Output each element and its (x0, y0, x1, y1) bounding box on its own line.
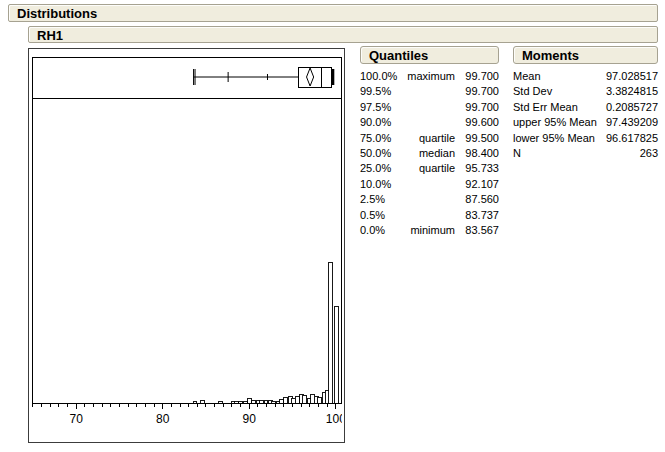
quantile-name: quartile (404, 161, 455, 176)
quantile-pct: 2.5% (360, 192, 404, 207)
moment-value: 96.617825 (606, 131, 658, 146)
quantile-row: 0.0%minimum83.567 (360, 223, 499, 238)
quantile-pct: 25.0% (360, 161, 404, 176)
quantile-row: 0.5%83.737 (360, 208, 499, 223)
quantile-row: 25.0%quartile95.733 (360, 161, 499, 176)
quantile-row: 99.5%99.700 (360, 84, 499, 99)
moments-title: Moments (522, 48, 579, 63)
quantile-value: 99.700 (455, 69, 499, 84)
quantile-value: 99.700 (455, 100, 499, 115)
quantile-name: median (404, 146, 455, 161)
quantile-value: 92.107 (455, 177, 499, 192)
svg-text:90: 90 (243, 412, 257, 426)
quantile-pct: 100.0% (360, 69, 404, 84)
quantile-value: 83.567 (455, 223, 499, 238)
quantile-value: 99.700 (455, 84, 499, 99)
moment-value: 3.3824815 (606, 84, 658, 99)
moment-value: 263 (640, 146, 658, 161)
moment-row: upper 95% Mean97.439209 (513, 115, 658, 130)
quantile-name (404, 192, 455, 207)
moment-name: Mean (513, 69, 606, 84)
quantile-name: maximum (404, 69, 455, 84)
histogram-boxplot-canvas[interactable]: 708090100 (29, 49, 342, 440)
quantile-row: 100.0%maximum99.700 (360, 69, 499, 84)
svg-text:70: 70 (69, 412, 83, 426)
quantile-pct: 90.0% (360, 115, 404, 130)
quantile-pct: 0.0% (360, 223, 404, 238)
moment-name: lower 95% Mean (513, 131, 606, 146)
quantile-name (404, 177, 455, 192)
moment-row: Std Dev3.3824815 (513, 84, 658, 99)
quantile-value: 83.737 (455, 208, 499, 223)
quantile-pct: 10.0% (360, 177, 404, 192)
quantiles-table: 100.0%maximum99.70099.5%99.70097.5%99.70… (360, 69, 499, 238)
quantile-row: 97.5%99.700 (360, 100, 499, 115)
quantile-name (404, 84, 455, 99)
quantiles-title: Quantiles (369, 48, 428, 63)
quantile-name: quartile (404, 131, 455, 146)
quantile-row: 10.0%92.107 (360, 177, 499, 192)
quantile-pct: 97.5% (360, 100, 404, 115)
moment-row: lower 95% Mean96.617825 (513, 131, 658, 146)
quantile-value: 98.400 (455, 146, 499, 161)
variable-title-bar[interactable]: RH1 (28, 26, 658, 43)
moment-name: upper 95% Mean (513, 115, 606, 130)
svg-text:80: 80 (156, 412, 170, 426)
moment-row: N263 (513, 146, 658, 161)
quantile-name (404, 100, 455, 115)
distributions-title: Distributions (17, 6, 97, 21)
distributions-title-bar[interactable]: Distributions (8, 4, 658, 22)
quantile-pct: 75.0% (360, 131, 404, 146)
quantile-row: 50.0%median98.400 (360, 146, 499, 161)
quantile-row: 75.0%quartile99.500 (360, 131, 499, 146)
moments-table: Mean97.028517Std Dev3.3824815Std Err Mea… (513, 69, 658, 161)
moment-value: 97.439209 (606, 115, 658, 130)
moments-title-bar[interactable]: Moments (513, 46, 658, 64)
quantile-pct: 50.0% (360, 146, 404, 161)
quantile-value: 95.733 (455, 161, 499, 176)
distribution-graph-frame: 708090100 (28, 48, 345, 443)
variable-title: RH1 (37, 28, 63, 43)
moment-row: Std Err Mean0.2085727 (513, 100, 658, 115)
quantile-name: minimum (404, 223, 455, 238)
moment-value: 97.028517 (606, 69, 658, 84)
quantile-value: 99.500 (455, 131, 499, 146)
quantile-row: 90.0%99.600 (360, 115, 499, 130)
svg-text:100: 100 (326, 412, 342, 426)
moment-value: 0.2085727 (606, 100, 658, 115)
quantile-name (404, 115, 455, 130)
quantile-pct: 99.5% (360, 84, 404, 99)
quantile-row: 2.5%87.560 (360, 192, 499, 207)
quantile-value: 87.560 (455, 192, 499, 207)
quantile-value: 99.600 (455, 115, 499, 130)
moment-name: N (513, 146, 640, 161)
moment-name: Std Dev (513, 84, 606, 99)
quantile-pct: 0.5% (360, 208, 404, 223)
moment-row: Mean97.028517 (513, 69, 658, 84)
distributions-report-window: Distributions RH1 708090100 Quantiles 10… (0, 0, 665, 452)
quantile-name (404, 208, 455, 223)
quantiles-title-bar[interactable]: Quantiles (360, 46, 499, 64)
moment-name: Std Err Mean (513, 100, 606, 115)
